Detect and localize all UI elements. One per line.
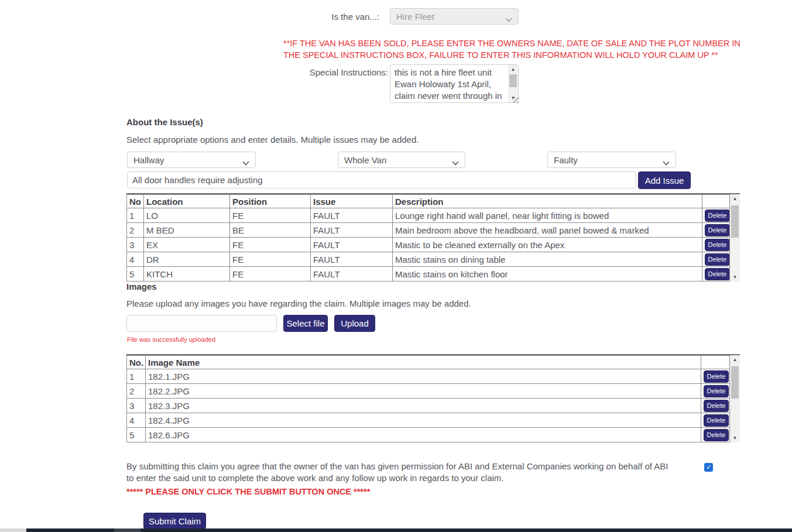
issue-location-select[interactable]: Hallway <box>127 152 256 168</box>
issues-table-cell: Lounge right hand wall panel, near light… <box>393 208 702 223</box>
delete-cell: Delete <box>702 267 730 282</box>
images-table-row: 1182.1.JPGDelete <box>127 369 730 384</box>
upload-status-text: File was successfully uploaded <box>127 336 215 343</box>
issues-col-header: Location <box>144 195 230 208</box>
submit-claim-button[interactable]: Submit Claim <box>143 513 206 529</box>
images-instructions: Please upload any images you have regard… <box>126 298 471 308</box>
delete-button[interactable]: Delete <box>704 400 729 412</box>
issues-table-cell: FAULT <box>311 252 393 267</box>
issues-table-row: 2M BEDBEFAULTMain bedroom above the head… <box>127 223 730 238</box>
delete-button[interactable]: Delete <box>705 210 730 222</box>
scroll-up-icon[interactable]: ▲ <box>730 355 740 364</box>
issues-table-cell: FE <box>230 267 311 282</box>
special-instructions-value: this is not a hire fleet unit Ewan Holow… <box>390 65 508 102</box>
delete-button[interactable]: Delete <box>704 429 729 441</box>
delete-cell: Delete <box>702 208 730 223</box>
agreement-checkbox[interactable]: ✓ <box>704 463 713 472</box>
images-table-cell: 3 <box>127 399 146 413</box>
issues-table-cell: Mastic stains on dining table <box>393 252 702 267</box>
issues-table-cell: FAULT <box>311 238 393 252</box>
delete-cell: Delete <box>702 252 730 267</box>
submit-warning-text: ***** PLEASE ONLY CLICK THE SUBMIT BUTTO… <box>126 487 370 496</box>
delete-button[interactable]: Delete <box>704 370 729 383</box>
images-table-row: 3182.3.JPGDelete <box>127 399 730 413</box>
van-question-label: Is the van...: <box>275 12 379 22</box>
agreement-text: By submitting this claim you agree that … <box>126 461 677 484</box>
issues-col-header: Position <box>230 195 311 208</box>
images-table-cell: 182.1.JPG <box>146 369 701 384</box>
issues-table-row: 3EXFEFAULTMastic to be cleaned externall… <box>127 238 730 252</box>
issues-section-heading: About the Issue(s) <box>126 117 203 127</box>
images-col-header: No. <box>127 356 146 369</box>
bottom-bar-left-segment <box>0 528 26 532</box>
images-table-row: 5182.6.JPGDelete <box>127 428 730 442</box>
images-table-row: 4182.4.JPGDelete <box>127 413 730 428</box>
issue-type-select[interactable]: Faulty <box>547 152 676 168</box>
images-table-cell: 1 <box>127 369 146 384</box>
delete-cell: Delete <box>701 428 730 442</box>
upload-button[interactable]: Upload <box>334 315 375 332</box>
issues-table-header-row: No Location Position Issue Description <box>127 195 730 208</box>
delete-button[interactable]: Delete <box>705 268 730 280</box>
issues-table-row: 4DRFEFAULTMastic stains on dining tableD… <box>127 252 730 267</box>
images-table-cell: 4 <box>127 413 146 428</box>
issues-table-cell: Mastic stains on kitchen floor <box>393 267 702 282</box>
delete-button[interactable]: Delete <box>705 239 730 251</box>
delete-button[interactable]: Delete <box>705 253 730 266</box>
images-col-header: Image Name <box>146 356 701 369</box>
issues-table-cell: 3 <box>127 238 144 252</box>
delete-cell: Delete <box>702 238 730 252</box>
scroll-down-icon[interactable]: ▼ <box>730 273 740 282</box>
issue-position-selected-value: Whole Van <box>344 155 386 165</box>
images-table: No. Image Name 1182.1.JPGDelete2182.2.JP… <box>126 354 740 442</box>
scroll-down-icon[interactable]: ▼ <box>730 434 740 442</box>
issues-table-row: 5KITCHFEFAULTMastic stains on kitchen fl… <box>127 267 730 282</box>
delete-cell: Delete <box>701 399 730 413</box>
issues-table-cell: EX <box>144 238 230 252</box>
images-table-cell: 182.2.JPG <box>146 384 701 399</box>
issues-col-header: Issue <box>311 195 393 208</box>
images-actions-header <box>701 356 730 369</box>
images-table-cell: 182.3.JPG <box>146 399 701 413</box>
scroll-up-icon[interactable]: ▲ <box>508 65 518 74</box>
images-section-heading: Images <box>126 282 157 291</box>
scroll-up-icon[interactable]: ▲ <box>730 194 740 203</box>
file-name-input[interactable] <box>126 315 277 332</box>
van-status-select[interactable]: Hire Fleet <box>390 8 519 25</box>
delete-button[interactable]: Delete <box>704 385 729 397</box>
van-status-selected-value: Hire Fleet <box>396 12 434 22</box>
delete-button[interactable]: Delete <box>704 414 729 427</box>
delete-button[interactable]: Delete <box>705 224 730 236</box>
select-file-button[interactable]: Select file <box>283 315 328 332</box>
issue-description-input[interactable] <box>127 171 636 188</box>
issues-table-cell: FAULT <box>311 223 393 238</box>
delete-cell: Delete <box>701 413 730 428</box>
issues-table-scrollbar[interactable]: ▲ ▼ <box>730 194 740 282</box>
issues-table-cell: FAULT <box>311 267 393 282</box>
images-table-header-row: No. Image Name <box>127 356 730 369</box>
images-table-scrollbar[interactable]: ▲ ▼ <box>730 355 740 442</box>
scrollbar-thumb[interactable] <box>731 205 739 238</box>
images-table-row: 2182.2.JPGDelete <box>127 384 730 399</box>
issues-table-cell: 4 <box>127 252 144 267</box>
bottom-bar <box>26 528 792 532</box>
images-table-cell: 182.6.JPG <box>146 428 701 442</box>
issue-position-select[interactable]: Whole Van <box>338 152 465 168</box>
issues-table-cell: BE <box>230 223 311 238</box>
issues-table: No Location Position Issue Description 1… <box>126 193 740 282</box>
special-instructions-textarea[interactable]: this is not a hire fleet unit Ewan Holow… <box>390 64 519 103</box>
chevron-down-icon <box>242 157 249 162</box>
issues-actions-header <box>702 195 730 208</box>
issues-col-header: No <box>127 195 144 208</box>
images-table-cell: 182.4.JPG <box>146 413 701 428</box>
issues-table-cell: Main bedroom above the headboard, wall p… <box>393 223 702 238</box>
scrollbar-thumb[interactable] <box>731 366 739 399</box>
special-instructions-label: Special Instructions: <box>275 67 388 77</box>
add-issue-button[interactable]: Add Issue <box>638 171 691 189</box>
issues-table-cell: LO <box>144 208 230 223</box>
chevron-down-icon <box>452 157 459 162</box>
issues-table-cell: 2 <box>127 223 144 238</box>
scrollbar-thumb[interactable] <box>509 74 517 87</box>
delete-cell: Delete <box>702 223 730 238</box>
resize-grip-icon[interactable] <box>513 97 519 103</box>
